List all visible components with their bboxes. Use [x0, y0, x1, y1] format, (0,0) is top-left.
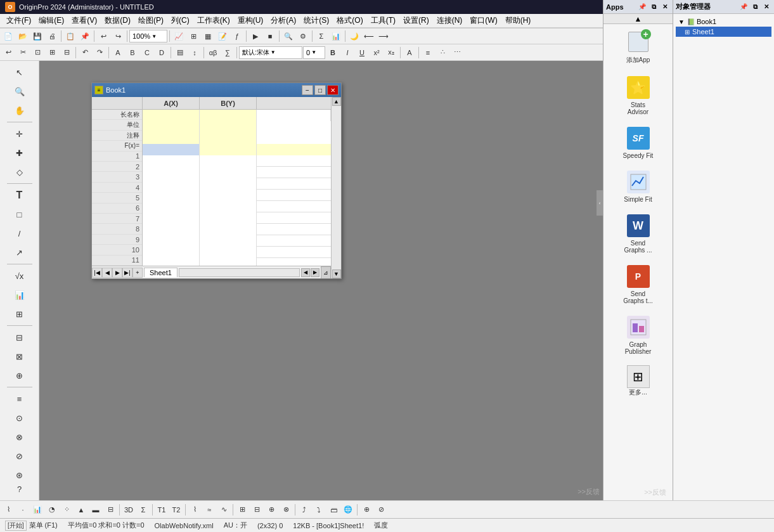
cell-4-a[interactable]	[143, 190, 200, 201]
extra2-btn[interactable]: ∴	[435, 46, 449, 60]
col-header-b[interactable]: B(Y)	[200, 97, 257, 109]
misc-tool4[interactable]: ⊘	[11, 447, 29, 465]
misc-tool3[interactable]: ⊗	[11, 428, 29, 446]
function-btn[interactable]: ƒ	[230, 29, 244, 43]
obj-pin-btn[interactable]: 📌	[739, 2, 749, 12]
bt-fit2-btn[interactable]: ≈	[202, 503, 216, 517]
cursor-btn[interactable]: ↩	[1, 46, 15, 60]
col-d-btn[interactable]: D	[155, 46, 169, 60]
bt-fit1-btn[interactable]: ⌇	[188, 503, 202, 517]
fill-btn[interactable]: ▤	[173, 46, 187, 60]
apps-close-btn[interactable]: ✕	[660, 2, 670, 12]
paste-button[interactable]: 📌	[78, 29, 92, 43]
forward-btn[interactable]: ⟶	[377, 29, 390, 43]
bt-dot-btn[interactable]: ·	[16, 503, 30, 517]
format-btn[interactable]: ⊟	[60, 46, 74, 60]
menu-statistics[interactable]: 统计(S)	[300, 14, 333, 27]
cut-btn[interactable]: ✂	[16, 46, 30, 60]
zoom-dropdown[interactable]: 100% ▼	[129, 30, 167, 42]
graph-publisher-item[interactable]: GraphPublisher	[606, 312, 670, 358]
matrix-btn[interactable]: ▦	[201, 29, 215, 43]
cell-formula-b[interactable]	[200, 144, 257, 155]
color-btn[interactable]: A	[403, 46, 416, 60]
col-header-a[interactable]: A(X)	[143, 97, 200, 109]
sheet-minimize-btn[interactable]: −	[302, 85, 313, 95]
find-btn[interactable]: 🔍	[281, 29, 295, 43]
zoom-tool[interactable]: 🔍	[11, 82, 29, 100]
cell-8-a[interactable]	[143, 235, 200, 247]
save-button[interactable]: 💾	[30, 29, 44, 43]
cell-2-a[interactable]	[143, 167, 200, 178]
cell-1-b[interactable]	[200, 155, 257, 167]
bt-box-btn[interactable]: ⊟	[103, 503, 117, 517]
sheet-restore-btn[interactable]: □	[314, 85, 326, 95]
obj-close-btn[interactable]: ✕	[761, 2, 771, 12]
grid-tool[interactable]: ⊞	[11, 305, 29, 323]
apps-float-btn[interactable]: ⧉	[648, 2, 659, 12]
greek-btn[interactable]: αβ	[206, 46, 220, 60]
bt-t2-btn[interactable]: T2	[169, 503, 183, 517]
tree-item-book1[interactable]: ▼ 📗 Book1	[676, 16, 771, 27]
cell-2-b[interactable]	[200, 167, 257, 178]
bt-area-btn[interactable]: ▲	[74, 503, 88, 517]
cell-7-b[interactable]	[200, 224, 257, 235]
chart-bar-btn[interactable]: 📊	[329, 29, 343, 43]
panel-toggle-handle[interactable]: ‹	[597, 190, 603, 216]
col-a-btn[interactable]: A	[111, 46, 125, 60]
note-btn[interactable]: 📝	[216, 29, 229, 43]
bt-misc2-btn[interactable]: ⊟	[250, 503, 264, 517]
menu-file[interactable]: 文件(F)	[3, 14, 35, 27]
menu-help[interactable]: 帮助(H)	[501, 14, 535, 27]
h-scrollbar[interactable]	[179, 268, 300, 277]
bt-3d-btn[interactable]: 3D	[122, 503, 136, 517]
more-apps-item[interactable]: ⊞ 更多...	[606, 363, 670, 399]
cell-comment-a[interactable]	[143, 133, 200, 144]
scroll-down-btn[interactable]: ▼	[332, 269, 341, 278]
bt-extra2-btn[interactable]: ⊘	[374, 503, 388, 517]
apps-scroll-up[interactable]: ▲	[603, 14, 673, 24]
tab-next-btn[interactable]: ▶	[112, 268, 122, 278]
bt-db-btn[interactable]: 🗃	[326, 503, 340, 517]
tree-item-sheet1[interactable]: ⊞ Sheet1	[676, 27, 771, 37]
tab-prev-btn[interactable]: ◀	[102, 268, 112, 278]
font-name-dropdown[interactable]: 默认:宋体 ▼	[239, 46, 302, 59]
cell-3-b[interactable]	[200, 178, 257, 190]
feedback-link[interactable]: >>反馈	[644, 488, 666, 497]
cell-8-b[interactable]	[200, 235, 257, 247]
print-button[interactable]: 🖨	[45, 29, 59, 43]
sigma-btn[interactable]: Σ	[314, 29, 328, 43]
menu-format[interactable]: 格式(O)	[333, 14, 366, 27]
menu-restructure[interactable]: 重构(U)	[234, 14, 268, 27]
cell-unit-a[interactable]	[143, 121, 200, 133]
bt-pie-btn[interactable]: ◔	[45, 503, 59, 517]
col-c-btn[interactable]: C	[140, 46, 154, 60]
bt-misc1-btn[interactable]: ⊞	[235, 503, 249, 517]
cell-9-a[interactable]	[143, 247, 200, 258]
cell-5-b[interactable]	[200, 201, 257, 212]
cell-comment-b[interactable]	[200, 133, 257, 144]
cell-10-a[interactable]	[143, 258, 200, 266]
extra3-btn[interactable]: ⋯	[450, 46, 464, 60]
simple-fit-item[interactable]: Simple Fit	[606, 167, 670, 205]
cell-7-a[interactable]	[143, 224, 200, 235]
settings-btn[interactable]: ⚙	[296, 29, 310, 43]
menu-tools[interactable]: 工具(T)	[367, 14, 399, 27]
tab-last-btn[interactable]: ▶|	[122, 268, 132, 278]
italic-btn[interactable]: I	[340, 46, 354, 60]
open-button[interactable]: 📂	[16, 29, 30, 43]
scale-tool[interactable]: ⊕	[11, 367, 29, 384]
extra1-btn[interactable]: ≡	[421, 46, 435, 60]
formula-tool[interactable]: √x	[11, 267, 29, 285]
cell-4-b[interactable]	[200, 190, 257, 201]
menu-settings[interactable]: 设置(R)	[399, 14, 433, 27]
delete-row-btn[interactable]: ↷	[93, 46, 106, 60]
scroll-left-btn[interactable]: ◀	[301, 268, 310, 277]
back-btn[interactable]: ⟵	[362, 29, 376, 43]
tab-first-btn[interactable]: |◀	[92, 268, 102, 278]
sheet-close-btn[interactable]: ✕	[327, 85, 339, 95]
moon-btn[interactable]: 🌙	[347, 29, 361, 43]
cell-9-b[interactable]	[200, 247, 257, 258]
bt-misc3-btn[interactable]: ⊕	[264, 503, 278, 517]
resize-corner[interactable]: ⊿	[321, 266, 331, 279]
cell-3-a[interactable]	[143, 178, 200, 190]
